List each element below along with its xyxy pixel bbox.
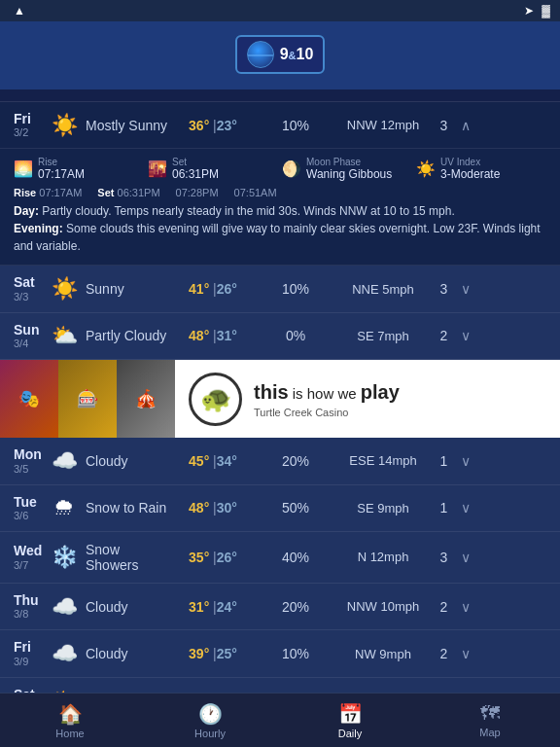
- signal-icon: ▲: [14, 4, 25, 18]
- hi-temp: 36°: [189, 118, 209, 133]
- chevron-col: ∨: [456, 453, 475, 469]
- uv-col: 3: [432, 550, 456, 565]
- nav-item-hourly[interactable]: 🕐 Hourly: [140, 694, 280, 747]
- wind-col: NNW 10mph: [334, 599, 432, 614]
- day-row[interactable]: Mon 3/5 ☁️ Cloudy 45° |34° 20% ESE 14mph…: [0, 438, 560, 484]
- condition-col: ☁️ Cloudy: [51, 641, 169, 666]
- day-label: Tue: [14, 495, 51, 510]
- condition-icon: ☀️: [51, 276, 78, 302]
- lo-temp: 23°: [217, 118, 237, 133]
- detail-sun-moon-grid: 🌅 Rise 07:17AM 🌇 Set 06:31PM 🌖: [14, 157, 546, 181]
- precip-col: 20%: [257, 599, 334, 615]
- hilo-col: 39° |25°: [169, 646, 257, 661]
- day-name-col: Sat 3/3: [14, 275, 51, 302]
- ad-banner: 🎭 🎰 🎪 🐢 this is how we play Turtle Creek…: [0, 360, 560, 438]
- precip-col: 10%: [257, 118, 334, 133]
- nav-icon-map: 🗺: [480, 702, 500, 725]
- moonrise-item: 🌖 Moon Phase Waning Gibbous: [282, 157, 412, 181]
- logo-globe-icon: [247, 41, 274, 68]
- condition-text: Cloudy: [86, 453, 128, 469]
- day-label: Thu: [14, 593, 51, 608]
- condition-col: ❄️ Snow Showers: [51, 542, 169, 573]
- day-label: Wed: [14, 544, 51, 558]
- condition-icon: ☀️: [51, 113, 78, 138]
- hilo-col: 31° |24°: [169, 599, 257, 615]
- day-name-col: Thu 3/8: [14, 593, 51, 620]
- lo-temp: 24°: [217, 599, 237, 615]
- day-label: Sat: [14, 275, 51, 290]
- nav-item-home[interactable]: 🏠 Home: [0, 694, 140, 747]
- chevron-col: ∨: [456, 281, 475, 297]
- wind-col: NNW 12mph: [334, 118, 432, 132]
- hilo-col: 41° |26°: [169, 281, 257, 297]
- status-right: ➤ ▓: [524, 4, 550, 18]
- sun-set-icon: 🌇: [148, 160, 167, 178]
- day-date: 3/3: [14, 291, 51, 302]
- hi-temp: 48°: [189, 500, 209, 516]
- nav-item-map[interactable]: 🗺 Map: [420, 694, 560, 747]
- condition-col: ☁️ Cloudy: [51, 448, 169, 474]
- day-date: 3/5: [14, 463, 51, 475]
- condition-col: ☁️ Cloudy: [51, 594, 169, 620]
- logo-number: 9&10: [280, 47, 314, 62]
- ad-is: is how we: [293, 385, 361, 402]
- sun-rise-icon: 🌅: [14, 160, 33, 178]
- hi-temp: 39°: [189, 646, 209, 661]
- nav-item-daily[interactable]: 📅 Daily: [280, 694, 420, 747]
- ad-img-1: 🎭: [0, 360, 58, 438]
- condition-text: Partly Cloudy: [86, 328, 166, 343]
- lo-temp: 30°: [217, 500, 237, 516]
- uv-index: 3-Moderate: [440, 167, 500, 181]
- day-row[interactable]: Wed 3/7 ❄️ Snow Showers 35° |26° 40% N 1…: [0, 532, 560, 584]
- condition-col: ⛅ Partly Cloudy: [51, 323, 169, 348]
- precip-col: 50%: [257, 500, 334, 516]
- header: 9&10: [0, 21, 560, 89]
- wind-col: SE 9mph: [334, 501, 432, 516]
- uv-sun-icon: ☀️: [416, 160, 436, 178]
- hi-temp: 41°: [189, 281, 209, 297]
- uv-col: 2: [432, 328, 456, 343]
- day-date: 3/4: [14, 338, 51, 349]
- ad-turtle-logo: 🐢: [189, 373, 242, 426]
- chevron-col: ∨: [456, 550, 475, 565]
- precip-col: 20%: [257, 453, 334, 469]
- day-row[interactable]: Sat 3/3 ☀️ Sunny 41° |26° 10% NNE 5mph 3…: [0, 266, 560, 312]
- wind-col: N 12mph: [334, 550, 432, 564]
- wind-col: NW 9mph: [334, 647, 432, 661]
- hilo-col: 48° |31°: [169, 328, 257, 343]
- forecast-list: Fri 3/2 ☀️ Mostly Sunny 36° |23° 10% NNW…: [0, 102, 560, 725]
- location-icon: ➤: [524, 4, 534, 18]
- uv-col: 3: [432, 118, 456, 133]
- day-row[interactable]: Fri 3/2 ☀️ Mostly Sunny 36° |23° 10% NNW…: [0, 102, 560, 149]
- moon-phase: Waning Gibbous: [306, 167, 392, 181]
- wind-col: NNE 5mph: [334, 282, 432, 297]
- lo-temp: 31°: [217, 328, 237, 343]
- hilo-col: 35° |26°: [169, 550, 257, 565]
- day-name-col: Sun 3/4: [14, 323, 51, 349]
- hi-temp: 45°: [189, 453, 209, 469]
- precip-col: 10%: [257, 646, 334, 661]
- ad-images: 🎭 🎰 🎪: [0, 360, 175, 438]
- day-row[interactable]: Fri 3/9 ☁️ Cloudy 39° |25° 10% NW 9mph 2…: [0, 630, 560, 677]
- day-date: 3/2: [14, 126, 51, 138]
- day-name-col: Tue 3/6: [14, 495, 51, 521]
- chevron-col: ∨: [456, 599, 475, 615]
- column-headers: [0, 89, 560, 102]
- chevron-col: ∨: [456, 500, 475, 516]
- uv-col: 1: [432, 453, 456, 469]
- day-row[interactable]: Tue 3/6 🌨 Snow to Rain 48° |30° 50% SE 9…: [0, 485, 560, 532]
- condition-text: Cloudy: [86, 646, 128, 661]
- chevron-col: ∧: [456, 118, 475, 133]
- nav-icon-daily: 📅: [338, 702, 363, 726]
- set-time: 06:31PM: [172, 167, 219, 181]
- condition-col: 🌨 Snow to Rain: [51, 495, 169, 520]
- hi-temp: 35°: [189, 550, 209, 565]
- lo-temp: 34°: [217, 453, 237, 469]
- condition-text: Cloudy: [86, 599, 128, 615]
- nav-label: Home: [55, 728, 84, 739]
- day-row[interactable]: Sun 3/4 ⛅ Partly Cloudy 48° |31° 0% SE 7…: [0, 313, 560, 360]
- day-row[interactable]: Thu 3/8 ☁️ Cloudy 31° |24° 20% NNW 10mph…: [0, 584, 560, 630]
- hi-temp: 48°: [189, 328, 209, 343]
- logo-badge: 9&10: [235, 35, 326, 74]
- condition-icon: ☁️: [51, 448, 78, 474]
